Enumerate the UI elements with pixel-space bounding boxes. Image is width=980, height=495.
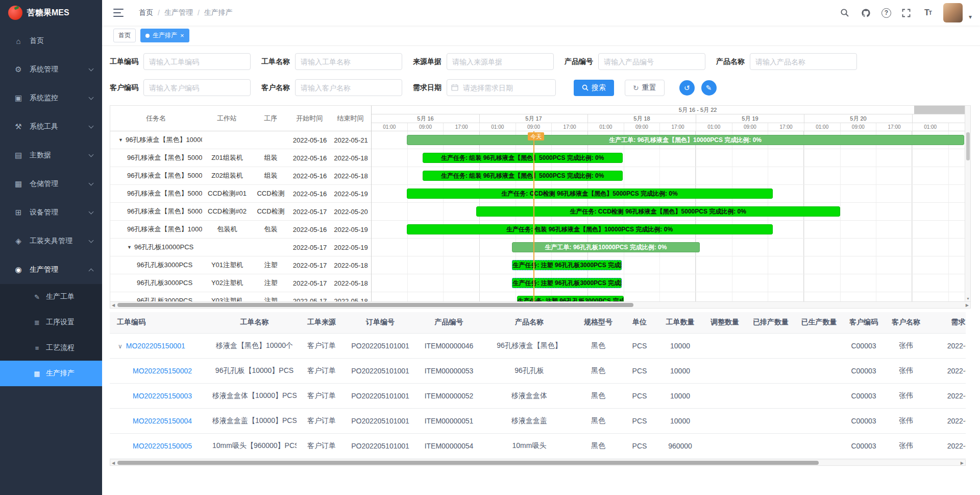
gantt-task-row[interactable]: 96孔孔板3000PCSY02注塑机注塑2022-05-172022-05-18 (110, 274, 371, 292)
scroll-right-arrow-icon[interactable]: ▶ (966, 302, 969, 308)
search-button[interactable]: 搜索 (574, 80, 614, 96)
avatar[interactable] (943, 3, 963, 22)
collapse-triangle-icon[interactable]: ▼ (118, 137, 123, 143)
orders-column-header[interactable]: 产品编号 (414, 312, 484, 333)
work-order-bar[interactable]: 生产工单: 96孔移液盒【黑色】10000PCS 完成比例: 0% (407, 135, 964, 145)
orders-column-header[interactable]: 已排产数量 (747, 312, 795, 333)
sidebar-item[interactable]: ▣系统监控 (0, 84, 102, 112)
order-code-link[interactable]: MO202205150001 (126, 342, 185, 350)
sidebar-item[interactable]: ⊞设备管理 (0, 198, 102, 227)
sidebar-item[interactable]: ▦仓储管理 (0, 170, 102, 198)
production-task-bar[interactable]: 生产任务: CCD检测 96孔移液盒【黑色】5000PCS 完成比例: 0% (476, 206, 840, 217)
breadcrumb-item[interactable]: 首页 (139, 8, 153, 17)
filter-input[interactable] (598, 53, 705, 70)
gantt-task-row[interactable]: ▼96孔孔板10000PCS2022-05-172022-05-19 (110, 239, 371, 256)
gantt-vertical-scrollbar[interactable]: ▼ (965, 106, 970, 301)
collapse-triangle-icon[interactable]: ▼ (127, 245, 132, 250)
chevron-up-icon (89, 268, 94, 273)
task-start-date: 2022-05-16 (289, 154, 330, 162)
tab[interactable]: 首页 (113, 29, 136, 42)
field-label: 需求日期 (413, 83, 442, 92)
production-task-bar[interactable]: 生产任务: 注塑 96孔孔板3000PCS 完成比例: 0% (517, 296, 624, 301)
tab[interactable]: 生产排产× (140, 29, 189, 42)
order-code-link[interactable]: MO202205150004 (110, 417, 192, 425)
orders-column-header[interactable]: 客户编码 (843, 312, 884, 333)
breadcrumb-item[interactable]: 生产排产 (204, 8, 233, 17)
gantt-task-row[interactable]: ▼96孔移液盒【黑色】10000PCS2022-05-162022-05-21 (110, 131, 371, 149)
orders-column-header[interactable]: 产品名称 (484, 312, 575, 333)
production-task-bar[interactable]: 生产任务: 组装 96孔移液盒【黑色】5000PCS 完成比例: 0% (423, 171, 623, 181)
gantt-task-row[interactable]: 96孔孔板3000PCSY01注塑机注塑2022-05-172022-05-18 (110, 256, 371, 274)
scroll-left-arrow-icon[interactable]: ◀ (112, 302, 115, 308)
sidebar-subitem[interactable]: ≣工序设置 (0, 310, 102, 335)
edit-circle-button[interactable]: ✎ (701, 80, 717, 96)
production-task-bar[interactable]: 生产任务: 包装 96孔移液盒【黑色】10000PCS 完成比例: 0% (407, 224, 773, 234)
gantt-task-row[interactable]: 96孔移液盒【黑色】5000PCSZ02组装机组装2022-05-162022-… (110, 167, 371, 185)
gantt-task-row[interactable]: 96孔移液盒【黑色】5000PCSZ01组装机组装2022-05-162022-… (110, 149, 371, 167)
breadcrumb-item[interactable]: 生产管理 (164, 8, 193, 17)
filter-input[interactable] (295, 53, 402, 70)
scrollbar-thumb[interactable] (117, 461, 819, 465)
close-icon[interactable]: × (180, 32, 184, 39)
orders-column-header[interactable]: 工单编码 (110, 312, 212, 333)
font-size-icon[interactable]: TT (922, 7, 934, 19)
search-icon[interactable] (839, 7, 851, 19)
orders-column-header[interactable]: 调整数量 (703, 312, 747, 333)
sidebar-item[interactable]: ▤主数据 (0, 141, 102, 170)
orders-column-header[interactable]: 工单名称 (212, 312, 297, 333)
chevron-down-icon[interactable]: ▾ (969, 13, 972, 22)
gantt-task-row[interactable]: 96孔移液盒【黑色】10000PCS包装机包装2022-05-162022-05… (110, 221, 371, 239)
help-icon[interactable]: ? (881, 8, 891, 18)
scroll-right-arrow-icon[interactable]: ▶ (961, 460, 964, 466)
order-code-link[interactable]: MO202205150005 (110, 442, 192, 450)
production-task-bar[interactable]: 生产任务: 组装 96孔移液盒【黑色】5000PCS 完成比例: 0% (423, 153, 623, 163)
gantt-task-row[interactable]: 96孔移液盒【黑色】5000PCSCCD检测#02CCD检测2022-05-17… (110, 203, 371, 221)
sidebar-subitem[interactable]: ✎生产工单 (0, 284, 102, 310)
orders-horizontal-scrollbar[interactable]: ◀ ▶ (110, 459, 966, 466)
sidebar-item[interactable]: ⚙系统管理 (0, 55, 102, 84)
date-input[interactable] (447, 79, 556, 96)
filter-input[interactable] (143, 79, 251, 96)
filter-input[interactable] (295, 79, 402, 96)
menu-fold-icon[interactable] (113, 9, 124, 17)
production-task-bar[interactable]: 生产任务: 注塑 96孔孔板3000PCS 完成比例: 0% (512, 278, 622, 288)
gantt-horizontal-scrollbar[interactable]: ◀ ▶ (110, 302, 971, 309)
orders-column-header[interactable]: 工单数量 (657, 312, 703, 333)
content: 工单编码工单名称来源单据产品编号产品名称 客户编码客户名称需求日期 搜索 ↻ 重… (102, 46, 980, 495)
orders-column-header[interactable]: 单位 (622, 312, 657, 333)
orders-column-header[interactable]: 订单编号 (347, 312, 414, 333)
sidebar-item[interactable]: ⌂首页 (0, 27, 102, 55)
order-code-link[interactable]: MO202205150002 (110, 367, 192, 375)
sidebar-item[interactable]: ◈工装夹具管理 (0, 227, 102, 255)
app-logo[interactable]: 苦糖果MES (0, 0, 102, 26)
sidebar-item[interactable]: ◉生产管理 (0, 255, 102, 284)
orders-column-header[interactable]: 工单来源 (297, 312, 347, 333)
sidebar-item[interactable]: ⚒系统工具 (0, 112, 102, 141)
filter-input[interactable] (143, 53, 251, 70)
scroll-down-arrow-icon[interactable]: ▼ (966, 297, 970, 300)
customer-code: C00003 (843, 408, 884, 433)
reset-button[interactable]: ↻ 重置 (625, 80, 665, 96)
orders-column-header[interactable]: 客户名称 (884, 312, 928, 333)
sidebar-subitem[interactable]: ≡工艺流程 (0, 335, 102, 361)
github-icon[interactable] (860, 7, 872, 19)
production-task-bar[interactable]: 生产任务: CCD检测 96孔移液盒【黑色】5000PCS 完成比例: 0% (407, 188, 773, 199)
order-code-link[interactable]: MO202205150003 (110, 392, 192, 400)
gantt-task-row[interactable]: 96孔移液盒【黑色】5000PCSCCD检测#01CCD检测2022-05-16… (110, 185, 371, 203)
task-end-date: 2022-05-18 (330, 279, 371, 287)
chevron-down-icon[interactable]: ∨ (118, 343, 122, 350)
scrollbar-thumb[interactable] (117, 303, 633, 307)
refresh-circle-button[interactable]: ↺ (679, 80, 695, 96)
production-task-bar[interactable]: 生产任务: 注塑 96孔孔板3000PCS 完成比例: 0% (512, 260, 622, 270)
filter-input[interactable] (447, 53, 554, 70)
orders-column-header[interactable]: 需求日期 (928, 312, 966, 333)
filter-input[interactable] (750, 53, 857, 70)
work-order-bar[interactable]: 生产工单: 96孔孔板10000PCS 完成比例: 0% (512, 242, 699, 252)
gantt-task-row[interactable]: 96孔孔板3000PCSY03注塑机注塑2022-05-172022-05-18 (110, 292, 371, 301)
orders-column-header[interactable]: 已生产数量 (795, 312, 843, 333)
scroll-left-arrow-icon[interactable]: ◀ (112, 460, 115, 466)
orders-column-header[interactable]: 规格型号 (575, 312, 622, 333)
fullscreen-icon[interactable] (900, 7, 913, 19)
sidebar-subitem[interactable]: ▦生产排产 (0, 361, 102, 386)
scrollbar-thumb[interactable] (966, 132, 970, 160)
